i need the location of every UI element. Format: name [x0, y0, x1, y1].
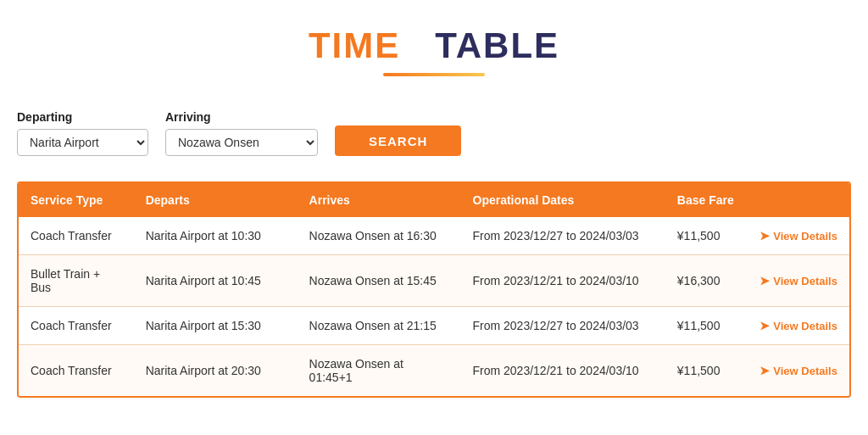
table-row: Coach TransferNarita Airport at 20:30Noz… [19, 345, 849, 397]
cell-base-fare: ¥11,500 [665, 345, 748, 397]
table-row: Coach TransferNarita Airport at 10:30Noz… [19, 217, 849, 255]
cell-operational-dates: From 2023/12/27 to 2024/03/03 [461, 217, 665, 255]
cell-arrives: Nozawa Onsen at 21:15 [298, 307, 461, 345]
view-details-link[interactable]: ➤View Details [760, 319, 837, 332]
view-details-label: View Details [773, 365, 837, 377]
results-table: Service Type Departs Arrives Operational… [19, 183, 849, 396]
col-header-base-fare: Base Fare [665, 183, 748, 217]
search-button[interactable]: SEARCH [335, 125, 461, 156]
view-details-label: View Details [773, 275, 837, 287]
table-header-row: Service Type Departs Arrives Operational… [19, 183, 849, 217]
cell-arrives: Nozawa Onsen at 15:45 [298, 255, 461, 307]
cell-arrives: Nozawa Onsen at 16:30 [298, 217, 461, 255]
cell-operational-dates: From 2023/12/27 to 2024/03/03 [461, 307, 665, 345]
arriving-select[interactable]: Nozawa Onsen Nozawa Ski Resort [165, 129, 318, 156]
cell-operational-dates: From 2023/12/21 to 2024/03/10 [461, 345, 665, 397]
cell-action[interactable]: ➤View Details [748, 255, 849, 307]
view-details-link[interactable]: ➤View Details [760, 364, 837, 377]
cell-departs: Narita Airport at 20:30 [134, 345, 298, 397]
cell-base-fare: ¥11,500 [665, 307, 748, 345]
departing-field-group: Departing Narita Airport Haneda Airport … [17, 110, 148, 156]
cell-base-fare: ¥11,500 [665, 217, 748, 255]
cell-service-type: Coach Transfer [19, 217, 134, 255]
view-details-icon: ➤ [760, 319, 770, 332]
col-header-departs: Departs [134, 183, 298, 217]
view-details-icon: ➤ [760, 364, 770, 377]
results-table-container: Service Type Departs Arrives Operational… [17, 181, 851, 398]
view-details-icon: ➤ [760, 274, 770, 287]
cell-departs: Narita Airport at 10:45 [134, 255, 298, 307]
title-underline [383, 73, 485, 76]
cell-action[interactable]: ➤View Details [748, 307, 849, 345]
cell-departs: Narita Airport at 10:30 [134, 217, 298, 255]
cell-service-type: Coach Transfer [19, 307, 134, 345]
cell-arrives: Nozawa Onsen at 01:45+1 [298, 345, 461, 397]
col-header-arrives: Arrives [298, 183, 461, 217]
cell-operational-dates: From 2023/12/21 to 2024/03/10 [461, 255, 665, 307]
cell-action[interactable]: ➤View Details [748, 345, 849, 397]
col-header-service-type: Service Type [19, 183, 134, 217]
cell-action[interactable]: ➤View Details [748, 217, 849, 255]
page-title: TIME TABLE [17, 25, 851, 66]
cell-departs: Narita Airport at 15:30 [134, 307, 298, 345]
title-time: TIME [309, 25, 400, 65]
arriving-field-group: Arriving Nozawa Onsen Nozawa Ski Resort [165, 110, 318, 156]
table-row: Bullet Train + BusNarita Airport at 10:4… [19, 255, 849, 307]
page-header: TIME TABLE [17, 0, 851, 85]
search-section: Departing Narita Airport Haneda Airport … [17, 85, 851, 173]
col-header-operational-dates: Operational Dates [461, 183, 665, 217]
departing-select[interactable]: Narita Airport Haneda Airport Tokyo Stat… [17, 129, 148, 156]
table-body: Coach TransferNarita Airport at 10:30Noz… [19, 217, 849, 396]
title-table: TABLE [435, 25, 559, 65]
cell-service-type: Bullet Train + Bus [19, 255, 134, 307]
cell-base-fare: ¥16,300 [665, 255, 748, 307]
view-details-icon: ➤ [760, 229, 770, 243]
view-details-link[interactable]: ➤View Details [760, 274, 837, 287]
view-details-label: View Details [773, 320, 837, 332]
col-header-action [748, 183, 849, 217]
arriving-label: Arriving [165, 110, 318, 124]
departing-label: Departing [17, 110, 148, 124]
cell-service-type: Coach Transfer [19, 345, 134, 397]
view-details-link[interactable]: ➤View Details [760, 229, 837, 243]
view-details-label: View Details [773, 230, 837, 243]
table-row: Coach TransferNarita Airport at 15:30Noz… [19, 307, 849, 345]
